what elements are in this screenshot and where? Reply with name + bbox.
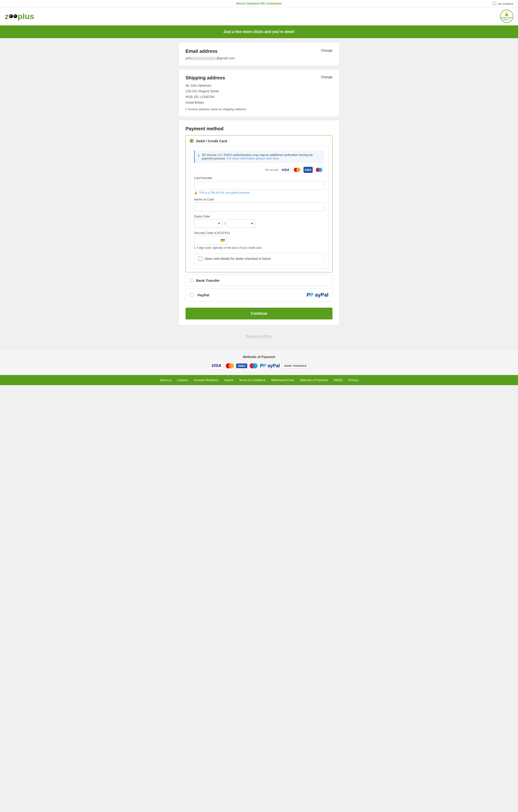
footer-link-about[interactable]: About us	[160, 378, 172, 382]
expiry-date-group: Expiry Date 01020304 05060708 09101112 /…	[194, 214, 324, 228]
debit-credit-header: Debit / Credit Card	[189, 139, 329, 143]
footer-mc-orange	[228, 363, 234, 369]
footer-link-privacy[interactable]: Privacy	[348, 378, 359, 382]
expiry-month-select[interactable]: 01020304 05060708 09101112	[194, 219, 222, 228]
invoice-note: ℹ Invoice address same as shipping addre…	[186, 107, 332, 111]
address-name: Mr John Newman	[186, 83, 332, 89]
save-card-row: Save card details for faster checkout in…	[194, 253, 324, 264]
shipping-change-link[interactable]: Change	[321, 75, 332, 79]
secure-notice-text: 3D Secure 2.0 / DSP2 authentication may …	[202, 153, 321, 160]
save-card-checkbox[interactable]	[198, 257, 202, 261]
promo-banner: Just a few more clicks and you're done!	[0, 25, 518, 38]
expiry-row: 01020304 05060708 09101112 / 20242025202…	[194, 219, 324, 228]
paypal-text: ayPal	[315, 292, 329, 298]
shipping-card: Shipping address Change Mr John Newman 2…	[179, 69, 339, 117]
newsletter-section: Newsletter	[179, 329, 339, 344]
we-accept-text: We accept	[265, 168, 278, 172]
card-number-label: Card Number	[194, 176, 324, 180]
secure-checkout-text: Secure Checkout SSL Connection	[174, 2, 344, 5]
continue-button[interactable]: Continue	[186, 308, 332, 319]
name-on-card-input[interactable]	[194, 202, 324, 211]
email-masked	[192, 57, 216, 60]
footer-link-investor[interactable]: Investor Relations	[194, 378, 218, 382]
paypal-label: PayPal	[197, 293, 209, 297]
email-pre: john	[186, 56, 192, 60]
secure-notice: ℹ 3D Secure 2.0 / DSP2 authentication ma…	[194, 150, 324, 163]
save-card-label: Save card details for faster checkout in…	[205, 257, 271, 261]
footer-maestro-logo	[250, 363, 257, 369]
name-on-card-group: Name on Card	[194, 198, 324, 211]
header: z plus 🔒 ENCRYPTION 256-bit ✓	[0, 7, 518, 25]
debit-credit-label: Debit / Credit Card	[196, 139, 227, 143]
encryption-badge: 🔒 ENCRYPTION 256-bit ✓	[500, 10, 513, 23]
address-country: Great Britain	[186, 100, 332, 106]
footer-link-terms[interactable]: Terms & Conditions	[239, 378, 266, 382]
payment-title: Payment method	[186, 126, 332, 132]
main-content: Email address Change john@gmail.com Ship…	[177, 38, 341, 349]
email-post: @gmail.com	[216, 56, 235, 60]
footer-paypal-text: ayPal	[266, 363, 280, 368]
paypal-row: PayPal PP ayPal	[189, 292, 329, 298]
footer-paypal-logo: PP ayPal	[260, 363, 280, 369]
footer-link-imprint[interactable]: Imprint	[224, 378, 233, 382]
email-title: Email address	[186, 49, 218, 54]
footer-link-weee[interactable]: WEEE	[334, 378, 343, 382]
top-bar: Secure Checkout SSL Connection ◯ my zoop…	[0, 0, 518, 7]
cvc-note: ℹ 3 digit code, typically on the back of…	[194, 246, 324, 250]
bank-transfer-label: Bank Transfer	[196, 279, 220, 283]
shipping-title: Shipping address	[186, 75, 225, 81]
mastercard-logo	[292, 167, 302, 173]
my-zooplus-link[interactable]: ◯ my zooplus	[492, 1, 513, 6]
payment-section: Payment method Debit / Credit Card ℹ 3D …	[179, 120, 339, 325]
footer-visa-logo: VISA	[209, 362, 223, 369]
invoice-info-icon: ℹ	[186, 107, 187, 111]
footer-link-careers[interactable]: Careers	[177, 378, 188, 382]
footer-logos: VISA AMEX PP ayPal BANK TRANSFER	[6, 362, 512, 369]
bottom-footer: About us Careers Investor Relations Impr…	[0, 375, 518, 385]
user-icon: ◯	[492, 1, 496, 6]
maestro-circle-blue	[318, 168, 322, 172]
footer-bank-transfer-logo: BANK TRANSFER	[282, 363, 309, 369]
security-code-group: Security Code (CVC/CVV) 💳 ℹ 3 digit code…	[194, 231, 324, 250]
my-zooplus-label: my zooplus	[498, 2, 513, 5]
footer-maestro-blue	[252, 363, 257, 369]
security-code-label: Security Code (CVC/CVV)	[194, 231, 324, 235]
cvc-input-wrapper: 💳	[194, 236, 227, 245]
bank-transfer-option[interactable]: Bank Transfer	[186, 275, 332, 286]
footer-payments: Methods of Payment VISA AMEX PP ayPal BA…	[0, 349, 518, 375]
visa-logo: VISA	[280, 167, 291, 173]
footer-payment-title: Methods of Payment	[6, 355, 512, 359]
email-value: john@gmail.com	[186, 56, 332, 60]
footer-link-withdrawal[interactable]: Withdrawal Form	[271, 378, 294, 382]
address-street: 235-241 Regent Street	[186, 89, 332, 94]
expiry-year-select[interactable]: 2024202520262027 2028202920302031 203220…	[227, 219, 255, 228]
ssl-lock-icon: 🔒	[194, 191, 197, 194]
address-postcode-city: W1B 2EL LONDON	[186, 94, 332, 100]
footer-mastercard-logo	[226, 363, 234, 369]
email-card-header: Email address Change	[186, 49, 332, 54]
paypal-radio[interactable]	[189, 293, 194, 297]
secure-notice-link[interactable]: For more information please click here.	[227, 157, 280, 160]
card-number-input[interactable]	[194, 181, 324, 190]
paypal-p-icon: P	[307, 292, 310, 298]
email-change-link[interactable]: Change	[321, 49, 332, 52]
mc-circle-orange	[296, 168, 300, 172]
secure-notice-icon: ℹ	[198, 153, 200, 158]
footer-paypal-p1: P	[260, 363, 263, 368]
lock-icon: 🔒	[504, 12, 509, 16]
paypal-logo: PP ayPal	[307, 292, 329, 298]
card-form: ℹ 3D Secure 2.0 / DSP2 authentication ma…	[189, 146, 329, 269]
paypal-option[interactable]: PayPal PP ayPal	[186, 288, 332, 301]
newsletter-title: Newsletter	[181, 334, 337, 340]
bank-transfer-radio[interactable]	[189, 278, 194, 283]
logo-eye-left	[9, 14, 13, 18]
logo-eye-right	[13, 14, 17, 18]
encryption-label: ENCRYPTION	[501, 17, 512, 19]
debit-credit-radio[interactable]	[189, 139, 194, 143]
card-number-group: Card Number 🔒 This is a 256-bit SSL encr…	[194, 176, 324, 194]
footer-paypal-p2: P	[263, 363, 266, 368]
footer-link-methods[interactable]: Methods of Payment	[300, 378, 328, 382]
card-logos: We accept VISA AMEX	[194, 167, 324, 173]
bank-transfer-header: Bank Transfer	[189, 278, 329, 283]
cvc-info-icon: ℹ	[194, 246, 195, 250]
